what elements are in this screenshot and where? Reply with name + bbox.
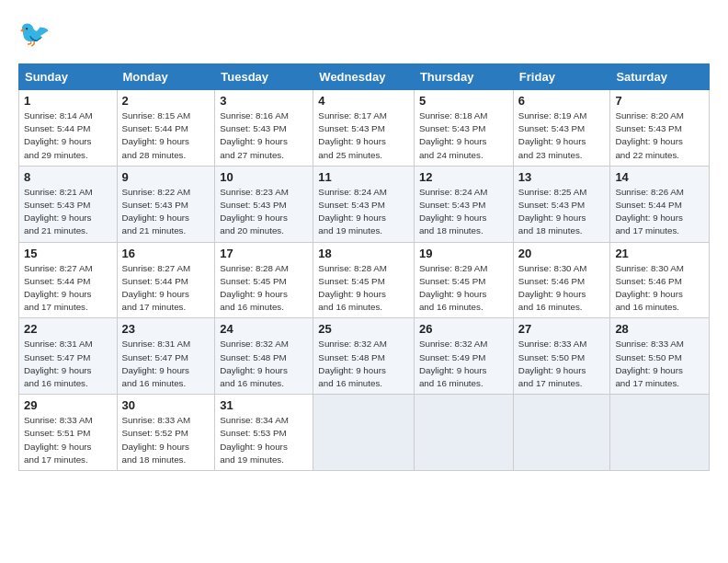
day-info: Sunrise: 8:20 AM Sunset: 5:43 PM Dayligh… <box>615 109 704 162</box>
day-number: 29 <box>24 398 112 412</box>
header: 🐦 <box>18 15 710 54</box>
day-number: 20 <box>518 247 606 260</box>
day-info: Sunrise: 8:30 AM Sunset: 5:46 PM Dayligh… <box>518 262 606 315</box>
day-number: 31 <box>220 398 308 412</box>
day-number: 27 <box>518 322 606 336</box>
day-info: Sunrise: 8:24 AM Sunset: 5:43 PM Dayligh… <box>419 186 508 238</box>
calendar-cell: 10Sunrise: 8:23 AM Sunset: 5:43 PM Dayli… <box>215 166 313 242</box>
day-info: Sunrise: 8:15 AM Sunset: 5:44 PM Dayligh… <box>122 109 210 162</box>
day-info: Sunrise: 8:24 AM Sunset: 5:43 PM Dayligh… <box>318 186 409 238</box>
calendar-cell: 14Sunrise: 8:26 AM Sunset: 5:44 PM Dayli… <box>610 166 710 242</box>
day-info: Sunrise: 8:33 AM Sunset: 5:52 PM Dayligh… <box>122 414 210 466</box>
calendar-cell: 16Sunrise: 8:27 AM Sunset: 5:44 PM Dayli… <box>117 242 215 318</box>
day-number: 23 <box>122 322 210 336</box>
day-info: Sunrise: 8:27 AM Sunset: 5:44 PM Dayligh… <box>122 262 210 315</box>
calendar-cell: 20Sunrise: 8:30 AM Sunset: 5:46 PM Dayli… <box>513 242 610 318</box>
day-info: Sunrise: 8:32 AM Sunset: 5:48 PM Dayligh… <box>220 338 308 390</box>
day-info: Sunrise: 8:18 AM Sunset: 5:43 PM Dayligh… <box>419 109 508 162</box>
day-number: 10 <box>220 170 308 184</box>
day-info: Sunrise: 8:32 AM Sunset: 5:48 PM Dayligh… <box>318 338 409 390</box>
calendar-cell: 5Sunrise: 8:18 AM Sunset: 5:43 PM Daylig… <box>414 90 513 167</box>
calendar-cell: 7Sunrise: 8:20 AM Sunset: 5:43 PM Daylig… <box>610 90 710 167</box>
calendar-cell: 31Sunrise: 8:34 AM Sunset: 5:53 PM Dayli… <box>215 395 313 471</box>
calendar-cell: 30Sunrise: 8:33 AM Sunset: 5:52 PM Dayli… <box>117 395 215 471</box>
day-info: Sunrise: 8:29 AM Sunset: 5:45 PM Dayligh… <box>419 262 508 315</box>
day-number: 26 <box>419 322 508 336</box>
day-info: Sunrise: 8:23 AM Sunset: 5:43 PM Dayligh… <box>220 186 308 238</box>
day-number: 8 <box>24 170 112 184</box>
day-number: 25 <box>318 322 409 336</box>
day-info: Sunrise: 8:26 AM Sunset: 5:44 PM Dayligh… <box>615 186 704 238</box>
calendar-cell: 21Sunrise: 8:30 AM Sunset: 5:46 PM Dayli… <box>610 242 710 318</box>
day-number: 3 <box>220 94 308 108</box>
day-number: 17 <box>220 247 308 260</box>
calendar-cell: 23Sunrise: 8:31 AM Sunset: 5:47 PM Dayli… <box>117 318 215 395</box>
calendar-cell: 4Sunrise: 8:17 AM Sunset: 5:43 PM Daylig… <box>313 90 415 167</box>
day-number: 4 <box>318 94 409 108</box>
day-info: Sunrise: 8:17 AM Sunset: 5:43 PM Dayligh… <box>318 109 409 162</box>
day-number: 30 <box>122 398 210 412</box>
calendar-cell: 18Sunrise: 8:28 AM Sunset: 5:45 PM Dayli… <box>313 242 415 318</box>
day-info: Sunrise: 8:31 AM Sunset: 5:47 PM Dayligh… <box>24 338 112 390</box>
day-number: 2 <box>122 94 210 108</box>
calendar-cell: 13Sunrise: 8:25 AM Sunset: 5:43 PM Dayli… <box>513 166 610 242</box>
calendar-cell: 19Sunrise: 8:29 AM Sunset: 5:45 PM Dayli… <box>414 242 513 318</box>
calendar-cell: 3Sunrise: 8:16 AM Sunset: 5:43 PM Daylig… <box>215 90 313 167</box>
calendar-cell <box>513 395 610 471</box>
col-header-wednesday: Wednesday <box>313 64 415 90</box>
day-number: 22 <box>24 322 112 336</box>
day-info: Sunrise: 8:25 AM Sunset: 5:43 PM Dayligh… <box>518 186 606 238</box>
day-info: Sunrise: 8:19 AM Sunset: 5:43 PM Dayligh… <box>518 109 606 162</box>
calendar-cell <box>414 395 513 471</box>
day-number: 12 <box>419 170 508 184</box>
calendar-cell: 29Sunrise: 8:33 AM Sunset: 5:51 PM Dayli… <box>19 395 118 471</box>
logo-bird-icon: 🐦 <box>18 15 53 54</box>
calendar-cell: 12Sunrise: 8:24 AM Sunset: 5:43 PM Dayli… <box>414 166 513 242</box>
day-number: 19 <box>419 247 508 260</box>
calendar-table: SundayMondayTuesdayWednesdayThursdayFrid… <box>18 63 710 471</box>
day-number: 16 <box>122 247 210 260</box>
col-header-friday: Friday <box>513 64 610 90</box>
calendar-cell: 6Sunrise: 8:19 AM Sunset: 5:43 PM Daylig… <box>513 90 610 167</box>
day-number: 9 <box>122 170 210 184</box>
calendar-cell <box>313 395 415 471</box>
day-number: 18 <box>318 247 409 260</box>
col-header-thursday: Thursday <box>414 64 513 90</box>
day-info: Sunrise: 8:32 AM Sunset: 5:49 PM Dayligh… <box>419 338 508 390</box>
day-info: Sunrise: 8:30 AM Sunset: 5:46 PM Dayligh… <box>615 262 704 315</box>
day-info: Sunrise: 8:28 AM Sunset: 5:45 PM Dayligh… <box>220 262 308 315</box>
day-info: Sunrise: 8:14 AM Sunset: 5:44 PM Dayligh… <box>24 109 112 162</box>
calendar-cell: 15Sunrise: 8:27 AM Sunset: 5:44 PM Dayli… <box>19 242 118 318</box>
calendar-cell: 11Sunrise: 8:24 AM Sunset: 5:43 PM Dayli… <box>313 166 415 242</box>
day-number: 24 <box>220 322 308 336</box>
calendar-cell: 17Sunrise: 8:28 AM Sunset: 5:45 PM Dayli… <box>215 242 313 318</box>
calendar-cell: 24Sunrise: 8:32 AM Sunset: 5:48 PM Dayli… <box>215 318 313 395</box>
day-number: 1 <box>24 94 112 108</box>
day-number: 14 <box>615 170 704 184</box>
day-number: 6 <box>518 94 606 108</box>
calendar-cell: 22Sunrise: 8:31 AM Sunset: 5:47 PM Dayli… <box>19 318 118 395</box>
day-info: Sunrise: 8:21 AM Sunset: 5:43 PM Dayligh… <box>24 186 112 238</box>
day-number: 21 <box>615 247 704 260</box>
day-info: Sunrise: 8:34 AM Sunset: 5:53 PM Dayligh… <box>220 414 308 466</box>
day-number: 11 <box>318 170 409 184</box>
calendar-cell: 28Sunrise: 8:33 AM Sunset: 5:50 PM Dayli… <box>610 318 710 395</box>
col-header-tuesday: Tuesday <box>215 64 313 90</box>
day-info: Sunrise: 8:33 AM Sunset: 5:50 PM Dayligh… <box>518 338 606 390</box>
day-number: 5 <box>419 94 508 108</box>
day-info: Sunrise: 8:16 AM Sunset: 5:43 PM Dayligh… <box>220 109 308 162</box>
svg-text:🐦: 🐦 <box>18 18 51 49</box>
day-info: Sunrise: 8:33 AM Sunset: 5:50 PM Dayligh… <box>615 338 704 390</box>
day-info: Sunrise: 8:27 AM Sunset: 5:44 PM Dayligh… <box>24 262 112 315</box>
calendar-cell: 2Sunrise: 8:15 AM Sunset: 5:44 PM Daylig… <box>117 90 215 167</box>
calendar-cell: 26Sunrise: 8:32 AM Sunset: 5:49 PM Dayli… <box>414 318 513 395</box>
day-info: Sunrise: 8:28 AM Sunset: 5:45 PM Dayligh… <box>318 262 409 315</box>
calendar-cell: 25Sunrise: 8:32 AM Sunset: 5:48 PM Dayli… <box>313 318 415 395</box>
calendar-cell: 27Sunrise: 8:33 AM Sunset: 5:50 PM Dayli… <box>513 318 610 395</box>
calendar-cell <box>610 395 710 471</box>
col-header-sunday: Sunday <box>19 64 118 90</box>
day-number: 7 <box>615 94 704 108</box>
day-info: Sunrise: 8:31 AM Sunset: 5:47 PM Dayligh… <box>122 338 210 390</box>
day-number: 15 <box>24 247 112 260</box>
calendar-cell: 8Sunrise: 8:21 AM Sunset: 5:43 PM Daylig… <box>19 166 118 242</box>
